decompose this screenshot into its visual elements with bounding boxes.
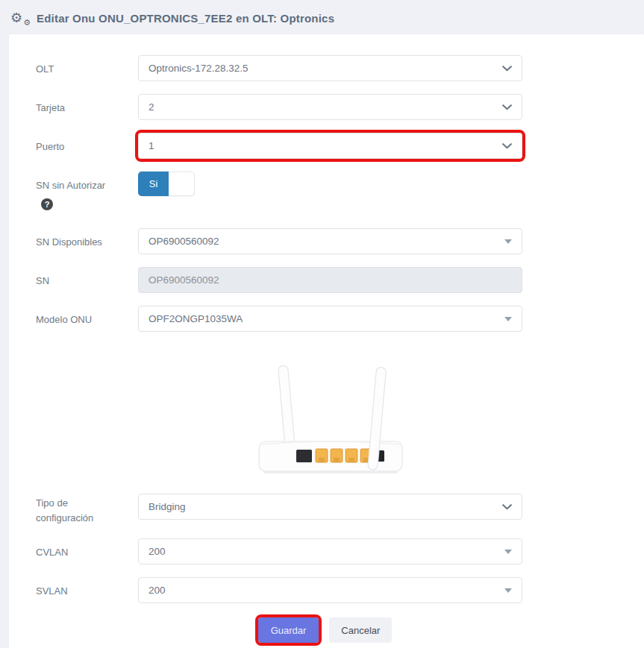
- sn-disponibles-select[interactable]: OP6900560092: [138, 228, 522, 254]
- puerto-select-value: 1: [149, 140, 154, 151]
- tipo-configuracion-label: Tipo de configuración: [36, 496, 104, 526]
- tarjeta-label: Tarjeta: [36, 101, 128, 116]
- form-row-cvlan: CVLAN 200: [36, 538, 644, 564]
- modelo-onu-label: Modelo ONU: [36, 312, 128, 327]
- olt-select[interactable]: Optronics-172.28.32.5: [138, 55, 522, 81]
- sn-sin-autorizar-toggle[interactable]: Si: [138, 172, 195, 196]
- form-row-sn-sin-autorizar: SN sin Autorizar ? Si: [36, 172, 644, 210]
- svlan-select[interactable]: 200: [138, 577, 522, 603]
- tarjeta-select-value: 2: [149, 101, 154, 113]
- cogs-icon: ⚙ ⚙: [10, 11, 30, 25]
- caret-down-icon: [504, 239, 512, 244]
- chevron-down-icon: [502, 104, 512, 110]
- form-row-tarjeta: Tarjeta 2: [36, 94, 644, 120]
- form-actions: Guardar Cancelar: [36, 617, 644, 643]
- form-row-sn-disponibles: SN Disponibles OP6900560092: [36, 228, 644, 254]
- save-button[interactable]: Guardar: [258, 617, 319, 643]
- edit-onu-card: OLT Optronics-172.28.32.5 Tarjeta 2: [9, 34, 644, 648]
- tipo-configuracion-select[interactable]: Bridging: [138, 494, 522, 520]
- olt-select-value: Optronics-172.28.32.5: [149, 63, 248, 74]
- tipo-configuracion-select-value: Bridging: [149, 501, 186, 512]
- sn-disponibles-label: SN Disponibles: [36, 235, 128, 250]
- tarjeta-select[interactable]: 2: [138, 94, 522, 120]
- olt-label: OLT: [36, 62, 128, 77]
- gear-small-icon: ⚙: [23, 19, 31, 27]
- puerto-label: Puerto: [36, 139, 128, 154]
- chevron-down-icon: [502, 66, 512, 72]
- form-row-puerto: Puerto 1: [36, 133, 644, 159]
- modelo-onu-select[interactable]: OPF2ONGP1035WA: [138, 306, 522, 332]
- form-row-tipo-configuracion: Tipo de configuración Bridging: [36, 494, 644, 526]
- svlan-label: SVLAN: [36, 584, 128, 599]
- form-row-svlan: SVLAN 200: [36, 577, 644, 603]
- page-title: Editar Onu ONU_OPTRONICS_7EE2 en OLT: Op…: [37, 12, 334, 25]
- form-row-modelo-onu: Modelo ONU OPF2ONGP1035WA: [36, 306, 644, 332]
- cvlan-select[interactable]: 200: [138, 538, 522, 564]
- sn-sin-autorizar-label: SN sin Autorizar: [36, 178, 128, 193]
- cvlan-select-value: 200: [149, 546, 166, 557]
- sn-label: SN: [36, 274, 128, 289]
- help-circle-icon[interactable]: ?: [41, 198, 53, 210]
- modelo-onu-select-value: OPF2ONGP1035WA: [149, 313, 243, 324]
- caret-down-icon: [504, 550, 512, 554]
- page-header: ⚙ ⚙ Editar Onu ONU_OPTRONICS_7EE2 en OLT…: [0, 0, 644, 34]
- chevron-down-icon: [502, 504, 512, 510]
- caret-down-icon: [504, 588, 512, 593]
- caret-down-icon: [504, 317, 512, 321]
- form-row-sn: SN: [36, 267, 644, 293]
- onu-product-image: [244, 355, 417, 476]
- cvlan-label: CVLAN: [36, 545, 128, 560]
- form-row-olt: OLT Optronics-172.28.32.5: [36, 55, 644, 81]
- sn-disponibles-select-value: OP6900560092: [149, 236, 219, 247]
- sn-input: [138, 267, 522, 293]
- gear-large-icon: ⚙: [10, 10, 22, 25]
- svlan-select-value: 200: [149, 585, 166, 596]
- cancel-button[interactable]: Cancelar: [329, 617, 392, 643]
- toggle-on-label: Si: [138, 172, 169, 196]
- form-row-onu-image: [36, 345, 644, 483]
- chevron-down-icon: [502, 143, 512, 149]
- puerto-select[interactable]: 1: [138, 133, 522, 159]
